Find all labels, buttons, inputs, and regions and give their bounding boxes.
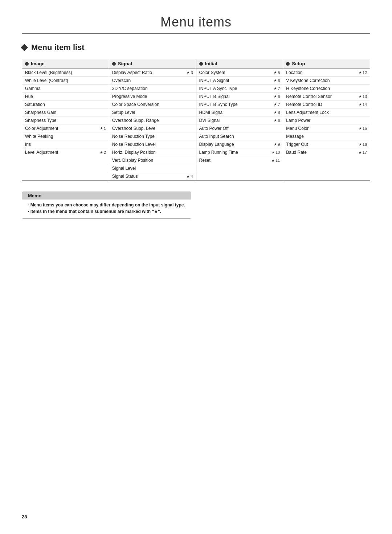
row-num: 6: [278, 94, 280, 99]
row-num: 3: [191, 70, 193, 75]
table-row: Progressive Mode: [109, 93, 196, 100]
table-row: Iris: [22, 140, 109, 148]
row-label: Progressive Mode: [112, 94, 147, 99]
table-row: While Level (Contrast): [22, 77, 109, 85]
row-num: 13: [363, 94, 367, 99]
row-label: INPUT A Sync Type: [199, 86, 237, 91]
row-label: Black Level (Brightness): [25, 70, 72, 75]
row-star-num: ★12: [359, 70, 367, 75]
table-row: INPUT B Sync Type★7: [196, 100, 283, 108]
row-num: 10: [275, 150, 280, 155]
table-row: Noise Reduction Level: [109, 140, 196, 148]
row-num: 7: [278, 86, 280, 91]
row-star-num: ★6: [274, 78, 280, 83]
table-row: HDMI Signal★8: [196, 108, 283, 116]
table-row: V Keystone Correction: [283, 77, 370, 85]
star-icon: ★: [359, 94, 362, 98]
menu-table: ImageBlack Level (Brightness)While Level…: [22, 59, 370, 181]
row-star-num: ★4: [187, 174, 193, 178]
row-label: 3D Y/C separation: [112, 86, 148, 91]
star-icon: ★: [359, 126, 362, 130]
row-label: While Level (Contrast): [25, 78, 68, 83]
row-label: Overshoot Supp. Range: [112, 118, 159, 123]
table-row: Sharpness Type: [22, 116, 109, 124]
star-icon: ★: [274, 78, 277, 82]
row-label: Sharpness Type: [25, 118, 57, 123]
col-header-label: Signal: [118, 61, 132, 66]
star-icon: ★: [359, 102, 362, 106]
col-header-signal: Signal: [109, 59, 196, 69]
row-star-num: ★15: [359, 126, 367, 131]
star-icon: ★: [274, 86, 277, 90]
col-header-image: Image: [22, 59, 109, 69]
row-label: Saturation: [25, 102, 45, 107]
row-label: Sharpness Gain: [25, 110, 56, 115]
table-row: Noise Reduction Type: [109, 132, 196, 140]
row-star-num: ★16: [359, 142, 367, 147]
table-row: Location★12: [283, 69, 370, 77]
col-header-label: Setup: [292, 61, 305, 66]
star-icon: ★: [359, 70, 362, 74]
star-icon: ★: [274, 118, 277, 122]
table-row: Reset★11: [196, 156, 283, 164]
col-dot: [199, 62, 203, 66]
row-label: Lens Adjustment Lock: [286, 110, 328, 115]
table-row: Lamp Power: [283, 116, 370, 124]
row-label: Color System: [199, 70, 225, 75]
row-star-num: ★6: [274, 94, 280, 99]
table-row: Gamma: [22, 85, 109, 93]
row-star-num: ★7: [274, 86, 280, 91]
row-label: Hue: [25, 94, 33, 99]
row-label: White Peaking: [25, 134, 53, 139]
row-label: Location: [286, 70, 302, 75]
row-star-num: ★1: [100, 126, 106, 131]
table-row: Remote Control Sensor★13: [283, 93, 370, 100]
row-label: Trigger Out: [286, 142, 308, 147]
row-num: 7: [278, 102, 280, 107]
row-star-num: ★6: [274, 118, 280, 123]
col-header-label: Image: [31, 61, 45, 66]
row-num: 16: [363, 142, 367, 147]
memo-content: · Menu items you can choose may differ d…: [22, 200, 191, 218]
col-header-label: Initial: [205, 61, 217, 66]
table-row: Auto Power Off: [196, 124, 283, 132]
table-row: Signal Level: [109, 164, 196, 172]
table-row: Message: [283, 132, 370, 140]
col-header-setup: Setup: [283, 59, 370, 69]
row-label: INPUT A Signal: [199, 78, 229, 83]
row-label: Auto Power Off: [199, 126, 229, 131]
star-icon: ★: [274, 70, 277, 74]
table-row: Sharpness Gain: [22, 108, 109, 116]
table-row: 3D Y/C separation: [109, 85, 196, 93]
table-row: Vert. Display Position: [109, 156, 196, 164]
row-num: 6: [278, 78, 280, 83]
row-label: Remote Control Sensor: [286, 94, 331, 99]
row-num: 9: [278, 142, 280, 147]
row-label: Remote Control ID: [286, 102, 322, 107]
table-row: Lens Adjustment Lock: [283, 108, 370, 116]
table-row: Overshoot Supp. Level: [109, 124, 196, 132]
row-star-num: ★7: [274, 102, 280, 107]
row-label: Noise Reduction Level: [112, 142, 156, 147]
row-label: Reset: [199, 158, 211, 163]
row-label: Display Aspect Ratio: [112, 70, 152, 75]
column-initial: InitialColor System★5INPUT A Signal★6INP…: [196, 59, 283, 180]
row-label: DVI Signal: [199, 118, 220, 123]
row-label: Horiz. Display Position: [112, 150, 156, 155]
table-row: INPUT A Sync Type★7: [196, 85, 283, 93]
title-divider: [22, 33, 370, 34]
row-label: Baud Rate: [286, 150, 307, 155]
row-num: 8: [278, 110, 280, 115]
column-setup: SetupLocation★12V Keystone CorrectionH K…: [283, 59, 370, 180]
star-icon: ★: [274, 102, 277, 106]
row-star-num: ★9: [274, 142, 280, 147]
row-num: 5: [278, 70, 280, 75]
row-label: Lamp Running Time: [199, 150, 238, 155]
table-row: Lamp Running Time★10: [196, 148, 283, 156]
star-icon: ★: [187, 174, 190, 178]
col-dot: [25, 62, 29, 66]
row-star-num: ★17: [359, 150, 367, 155]
memo-line: · Items in the menu that contain submenu…: [28, 209, 185, 214]
star-icon: ★: [274, 94, 277, 98]
row-label: Lamp Power: [286, 118, 310, 123]
